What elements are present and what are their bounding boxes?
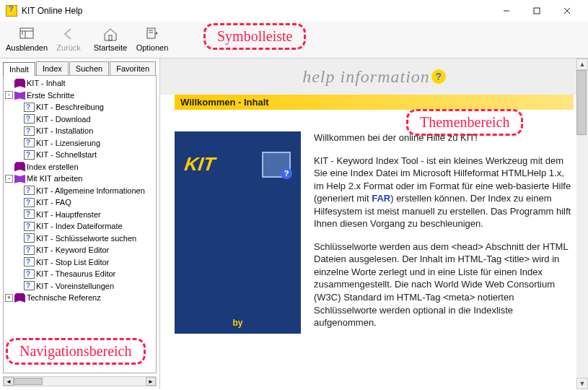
expand-icon[interactable]: + xyxy=(5,294,13,302)
toolbar-label: Ausblenden xyxy=(6,43,48,52)
tree-node[interactable]: KIT - Inhalt xyxy=(5,77,154,90)
tree-label: Index erstellen xyxy=(27,161,79,173)
topic-icon xyxy=(24,269,35,279)
tree-view[interactable]: KIT - Inhalt-Erste SchritteKIT - Beschre… xyxy=(3,75,157,373)
topic-icon xyxy=(24,150,35,160)
toolbar-ausblenden-button[interactable]: Ausblenden xyxy=(6,25,48,53)
question-icon: ? xyxy=(431,69,446,84)
tree-node[interactable]: -Mit KIT arbeiten xyxy=(5,173,154,185)
tree-label: KIT - Download xyxy=(36,113,91,126)
side-logo-image: KIT by xyxy=(175,131,301,334)
tree-node[interactable]: KIT - Thesaurus Editor xyxy=(5,268,154,280)
tree-node[interactable]: KIT - Stop List Editor xyxy=(5,256,154,269)
content-text: Willkommen bei der online Hilfe zu KIT! … xyxy=(314,131,574,339)
content-body: Willkommen - Inhalt KIT by Willkommen be… xyxy=(160,95,588,389)
toolbar-zurueck-button: Zurück xyxy=(48,25,89,53)
brand-header: help information ? xyxy=(160,58,588,95)
close-button[interactable] xyxy=(552,2,582,20)
svg-rect-8 xyxy=(147,28,155,38)
tab-inhalt[interactable]: Inhalt xyxy=(3,62,35,76)
mini-window-icon xyxy=(262,152,291,178)
tree-node[interactable]: KIT - Download xyxy=(5,113,154,126)
tree-label: Erste Schritte xyxy=(27,90,74,102)
tree-node[interactable]: KIT - Schlüsselworte suchen xyxy=(5,233,154,245)
tree-label: KIT - Keyword Editor xyxy=(36,244,109,256)
window-title: KIT Online Help xyxy=(22,6,491,16)
topic-icon xyxy=(24,281,35,290)
scroll-up-icon[interactable]: ▲ xyxy=(576,58,588,70)
topic-icon xyxy=(24,198,35,207)
tree-label: KIT - Index Dateiformate xyxy=(36,220,123,233)
book-icon xyxy=(14,162,25,171)
optionen-icon xyxy=(144,26,160,42)
topic-icon xyxy=(24,126,35,136)
tree-node[interactable]: KIT - Keyword Editor xyxy=(5,244,154,256)
tree-node[interactable]: KIT - Beschreibung xyxy=(5,101,154,113)
tree-label: Mit KIT arbeiten xyxy=(27,173,82,185)
topic-icon xyxy=(24,222,35,231)
tree-node[interactable]: +Technische Referenz xyxy=(5,292,154,304)
toolbar-label: Zurück xyxy=(56,43,81,52)
tree-node[interactable]: KIT - Allgemeine Informationen xyxy=(5,185,154,197)
toolbar: AusblendenZurückStartseiteOptionen xyxy=(0,22,588,58)
ausblenden-icon xyxy=(19,26,35,42)
titlebar: KIT Online Help xyxy=(0,0,588,22)
far-link[interactable]: FAR xyxy=(372,193,390,204)
tree-node[interactable]: KIT - Index Dateiformate xyxy=(5,220,154,233)
vscroll-thumb[interactable] xyxy=(576,70,587,135)
tree-label: KIT - Stop List Editor xyxy=(36,256,109,269)
app-icon xyxy=(6,5,17,17)
by-text: by xyxy=(175,318,301,328)
book-icon xyxy=(14,79,25,88)
minimize-button[interactable] xyxy=(491,2,522,20)
scroll-down-icon[interactable]: ▼ xyxy=(576,378,588,389)
toolbar-label: Startseite xyxy=(94,43,127,52)
tree-node[interactable]: KIT - Lizensierung xyxy=(5,137,154,150)
scroll-left-icon[interactable]: ◄ xyxy=(4,377,14,386)
maximize-button[interactable] xyxy=(522,2,552,20)
paragraph-2: Schlüsselworte werden aus dem <head> Abs… xyxy=(314,240,574,329)
book-icon xyxy=(14,293,25,303)
collapse-icon[interactable]: - xyxy=(5,91,13,99)
tree-label: Technische Referenz xyxy=(27,292,101,304)
navigation-pane: InhaltIndexSuchenFavoriten KIT - Inhalt-… xyxy=(0,58,160,389)
nav-tabs: InhaltIndexSuchenFavoriten xyxy=(0,58,159,75)
topic-icon xyxy=(24,233,35,243)
horizontal-scrollbar[interactable]: ◄ ► xyxy=(3,376,157,386)
content-pane: help information ? Willkommen - Inhalt K… xyxy=(160,58,588,389)
svg-rect-1 xyxy=(534,8,540,14)
tree-node[interactable]: KIT - FAQ xyxy=(5,196,154,209)
tab-suchen[interactable]: Suchen xyxy=(69,61,109,75)
tree-label: KIT - Lizensierung xyxy=(36,137,100,150)
tree-label: KIT - Schnellstart xyxy=(36,149,97,161)
tab-favoriten[interactable]: Favoriten xyxy=(110,61,156,75)
topic-icon xyxy=(24,138,35,147)
tree-label: KIT - Thesaurus Editor xyxy=(36,268,115,280)
tree-label: KIT - Voreinstellungen xyxy=(36,280,114,292)
scroll-thumb[interactable] xyxy=(14,378,43,385)
tree-node[interactable]: KIT - Installation xyxy=(5,125,154,137)
tree-node[interactable]: KIT - Hauptfenster xyxy=(5,209,154,221)
brand-text: help information xyxy=(302,67,430,87)
intro-paragraph: Willkommen bei der online Hilfe zu KIT! xyxy=(314,131,574,144)
topic-icon xyxy=(24,114,35,124)
toolbar-startseite-button[interactable]: Startseite xyxy=(89,25,131,53)
tree-node[interactable]: KIT - Schnellstart xyxy=(5,149,154,161)
vertical-scrollbar[interactable]: ▲ ▼ xyxy=(576,58,588,389)
tree-node[interactable]: KIT - Voreinstellungen xyxy=(5,280,154,292)
collapse-icon[interactable]: - xyxy=(5,175,13,183)
startseite-icon xyxy=(102,26,118,42)
tree-label: KIT - Installation xyxy=(36,125,93,137)
tree-label: KIT - FAQ xyxy=(36,196,71,209)
paragraph-1: KIT - Keyword Index Tool - ist ein klein… xyxy=(314,155,574,230)
tree-label: KIT - Allgemeine Informationen xyxy=(36,185,145,197)
tree-label: KIT - Schlüsselworte suchen xyxy=(36,233,136,245)
zurueck-icon xyxy=(61,26,76,42)
tree-node[interactable]: -Erste Schritte xyxy=(5,90,154,102)
tab-index[interactable]: Index xyxy=(36,61,69,75)
tree-label: KIT - Inhalt xyxy=(27,77,66,90)
tree-node[interactable]: Index erstellen xyxy=(5,161,154,173)
scroll-right-icon[interactable]: ► xyxy=(146,377,156,386)
toolbar-optionen-button[interactable]: Optionen xyxy=(131,25,173,53)
book-icon xyxy=(14,90,25,100)
